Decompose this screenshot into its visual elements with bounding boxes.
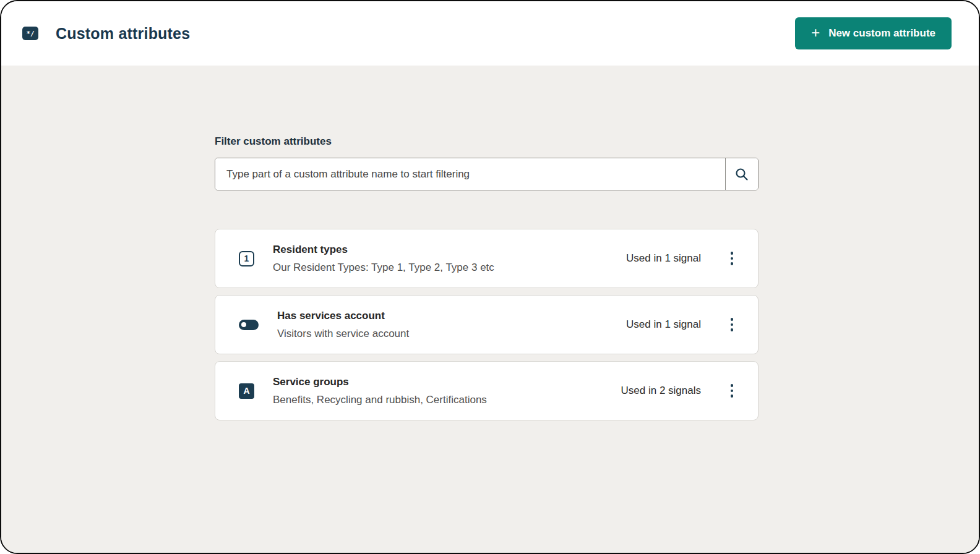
text-type-icon: A bbox=[239, 383, 254, 399]
attribute-description: Visitors with service account bbox=[277, 328, 626, 340]
attribute-meta: Used in 1 signal bbox=[626, 244, 744, 273]
attribute-list: 1 Resident types Our Resident Types: Typ… bbox=[215, 229, 759, 420]
filter-label: Filter custom attributes bbox=[215, 135, 759, 148]
attribute-meta: Used in 1 signal bbox=[626, 310, 744, 339]
custom-attributes-page: */ Custom attributes + New custom attrib… bbox=[0, 0, 980, 554]
plus-icon: + bbox=[811, 25, 820, 40]
toggle-type-icon bbox=[239, 320, 259, 330]
page-title: Custom attributes bbox=[56, 25, 190, 43]
usage-count: Used in 1 signal bbox=[626, 252, 701, 265]
app-logo-icon: */ bbox=[22, 27, 38, 40]
kebab-menu-button[interactable] bbox=[720, 376, 744, 406]
filter-search-input[interactable] bbox=[215, 158, 725, 190]
attribute-text: Has services account Visitors with servi… bbox=[277, 310, 626, 340]
number-type-icon: 1 bbox=[239, 251, 254, 266]
kebab-menu-button[interactable] bbox=[720, 310, 744, 339]
attribute-text: Resident types Our Resident Types: Type … bbox=[273, 244, 626, 274]
attribute-row-resident-types[interactable]: 1 Resident types Our Resident Types: Typ… bbox=[215, 229, 759, 288]
search-button[interactable] bbox=[725, 158, 758, 190]
new-custom-attribute-label: New custom attribute bbox=[828, 27, 935, 40]
kebab-menu-button[interactable] bbox=[720, 244, 744, 273]
new-custom-attribute-button[interactable]: + New custom attribute bbox=[795, 17, 952, 49]
attribute-name: Resident types bbox=[273, 244, 626, 256]
attribute-name: Service groups bbox=[273, 376, 621, 388]
filter-search-bar bbox=[215, 158, 759, 190]
content-column: Filter custom attributes 1 Resident type… bbox=[215, 135, 759, 420]
attribute-description: Our Resident Types: Type 1, Type 2, Type… bbox=[273, 262, 626, 274]
search-icon bbox=[734, 167, 749, 182]
usage-count: Used in 2 signals bbox=[621, 385, 701, 397]
attribute-name: Has services account bbox=[277, 310, 626, 322]
page-header: */ Custom attributes + New custom attrib… bbox=[1, 1, 979, 66]
attribute-row-has-services-account[interactable]: Has services account Visitors with servi… bbox=[215, 295, 759, 354]
attribute-row-service-groups[interactable]: A Service groups Benefits, Recycling and… bbox=[215, 361, 759, 420]
attribute-description: Benefits, Recycling and rubbish, Certifi… bbox=[273, 394, 621, 406]
usage-count: Used in 1 signal bbox=[626, 318, 701, 331]
attribute-text: Service groups Benefits, Recycling and r… bbox=[273, 376, 621, 406]
attribute-meta: Used in 2 signals bbox=[621, 376, 744, 406]
